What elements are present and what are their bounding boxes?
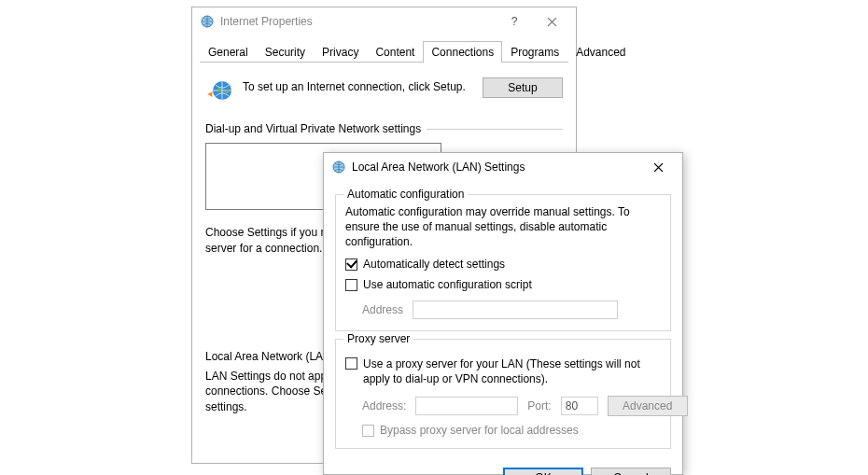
tab-privacy[interactable]: Privacy	[314, 41, 367, 63]
proxy-address-input	[415, 397, 518, 415]
proxy-port-input	[561, 397, 598, 415]
script-address-input	[413, 300, 618, 319]
close-button[interactable]	[533, 8, 570, 35]
use-proxy-label: Use a proxy server for your LAN (These s…	[363, 356, 661, 386]
lan-title: Local Area Network (LAN) Settings	[352, 161, 639, 174]
auto-detect-checkbox[interactable]	[345, 258, 357, 271]
auto-config-desc: Automatic configuration may override man…	[345, 204, 661, 250]
script-address-label: Address	[362, 303, 403, 316]
ip-titlebar: Internet Properties ?	[192, 7, 576, 35]
lan-settings-dialog: Local Area Network (LAN) Settings Automa…	[323, 152, 683, 475]
bypass-local-checkbox	[362, 425, 374, 437]
ip-title: Internet Properties	[220, 15, 496, 28]
use-script-checkbox[interactable]	[345, 279, 357, 291]
tab-security[interactable]: Security	[257, 41, 314, 63]
help-button[interactable]: ?	[496, 8, 533, 35]
use-proxy-checkbox[interactable]	[345, 357, 357, 370]
use-script-label: Use automatic configuration script	[363, 278, 532, 291]
internet-options-icon	[200, 14, 215, 29]
tab-general[interactable]: General	[200, 41, 257, 63]
ok-button[interactable]: OK	[503, 468, 583, 475]
lan-body: Automatic configuration Automatic config…	[324, 181, 682, 458]
tab-connections[interactable]: Connections	[423, 41, 502, 63]
tab-content[interactable]: Content	[367, 41, 423, 63]
automatic-configuration-group: Automatic configuration Automatic config…	[335, 194, 671, 331]
lan-titlebar: Local Area Network (LAN) Settings	[324, 153, 682, 181]
tab-programs[interactable]: Programs	[502, 41, 567, 63]
proxy-server-group: Proxy server Use a proxy server for your…	[335, 339, 671, 449]
lan-dialog-buttons: OK Cancel	[324, 458, 682, 475]
proxy-port-label: Port:	[527, 399, 551, 412]
auto-config-legend: Automatic configuration	[343, 188, 468, 201]
proxy-address-label: Address:	[362, 399, 406, 412]
close-button[interactable]	[639, 154, 677, 180]
proxy-advanced-button: Advanced	[608, 396, 688, 416]
dun-heading: Dial-up and Virtual Private Network sett…	[205, 122, 421, 135]
divider	[427, 129, 563, 130]
globe-icon	[205, 77, 235, 107]
setup-text: To set up an Internet connection, click …	[243, 77, 475, 94]
proxy-legend: Proxy server	[343, 332, 413, 345]
setup-button[interactable]: Setup	[483, 77, 563, 98]
bypass-local-label: Bypass proxy server for local addresses	[380, 424, 579, 437]
cancel-button[interactable]: Cancel	[591, 468, 671, 475]
ip-tabstrip: General Security Privacy Content Connect…	[200, 41, 568, 63]
internet-options-icon	[331, 160, 346, 175]
auto-detect-label: Automatically detect settings	[363, 258, 505, 271]
tab-advanced[interactable]: Advanced	[567, 41, 634, 63]
